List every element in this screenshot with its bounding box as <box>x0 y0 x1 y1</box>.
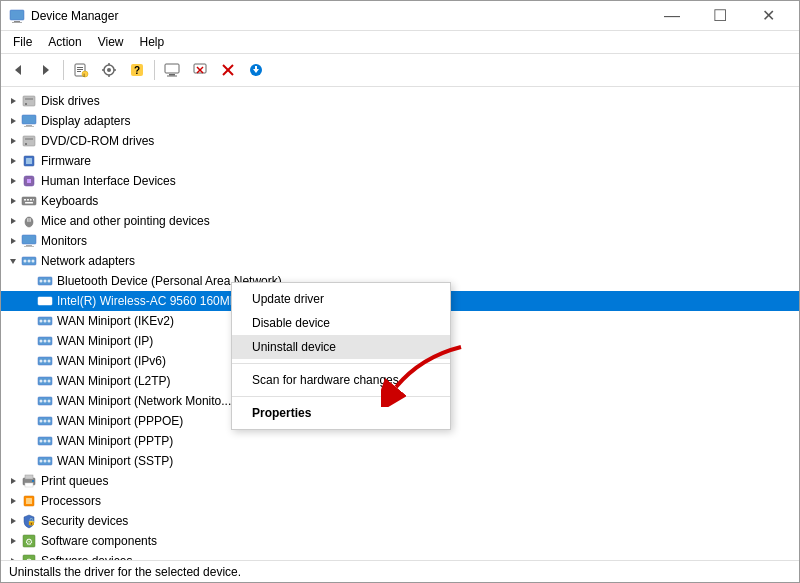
toggle-icon-software-devices[interactable] <box>5 553 21 560</box>
toggle-icon-security-devices[interactable] <box>5 513 21 529</box>
tree-item-disk-drives[interactable]: Disk drives <box>1 91 799 111</box>
tree-item-keyboards[interactable]: Keyboards <box>1 191 799 211</box>
toggle-icon-wan-sstp[interactable] <box>21 453 37 469</box>
svg-point-87 <box>48 380 51 383</box>
toggle-icon-print-queues[interactable] <box>5 473 21 489</box>
minimize-button[interactable]: — <box>649 1 695 31</box>
svg-marker-44 <box>11 198 16 204</box>
svg-text:?: ? <box>134 65 140 76</box>
svg-marker-59 <box>10 259 16 264</box>
device-label-human-interface: Human Interface Devices <box>41 174 176 188</box>
tree-item-network-adapters[interactable]: Network adapters <box>1 251 799 271</box>
close-button[interactable]: ✕ <box>745 1 791 31</box>
close-device-button[interactable] <box>215 57 241 83</box>
device-label-software-devices: Software devices <box>41 554 132 560</box>
tree-item-wan-pptp[interactable]: WAN Miniport (PPTP) <box>1 431 799 451</box>
svg-point-90 <box>44 400 47 403</box>
tree-item-print-queues[interactable]: Print queues <box>1 471 799 491</box>
menu-file[interactable]: File <box>5 33 40 51</box>
svg-point-94 <box>44 420 47 423</box>
toggle-icon-wan-l2tp[interactable] <box>21 373 37 389</box>
context-menu-item-4[interactable]: Scan for hardware changes <box>232 368 450 392</box>
toggle-icon-wan-pppoe[interactable] <box>21 413 37 429</box>
toggle-icon-intel-wireless[interactable] <box>21 293 37 309</box>
svg-point-93 <box>40 420 43 423</box>
toggle-icon-display-adapters[interactable] <box>5 113 21 129</box>
tree-item-software-components[interactable]: ⚙ Software components <box>1 531 799 551</box>
device-label-wan-monitor: WAN Miniport (Network Monito... <box>57 394 231 408</box>
window-title: Device Manager <box>31 9 118 23</box>
maximize-button[interactable]: ☐ <box>697 1 743 31</box>
device-label-disk-drives: Disk drives <box>41 94 100 108</box>
svg-point-12 <box>107 68 111 72</box>
context-menu: Update driverDisable deviceUninstall dev… <box>231 282 451 430</box>
tree-item-dvd-drives[interactable]: DVD/CD-ROM drives <box>1 131 799 151</box>
device-tree[interactable]: Disk drives Display adapters DVD/CD-ROM … <box>1 87 799 560</box>
svg-point-89 <box>40 400 43 403</box>
tree-item-display-adapters[interactable]: Display adapters <box>1 111 799 131</box>
back-button[interactable] <box>5 57 31 83</box>
svg-rect-31 <box>22 115 36 124</box>
toggle-icon-wan-pptp[interactable] <box>21 433 37 449</box>
tree-item-firmware[interactable]: Firmware <box>1 151 799 171</box>
tree-item-processors[interactable]: Processors <box>1 491 799 511</box>
tree-item-wan-sstp[interactable]: WAN Miniport (SSTP) <box>1 451 799 471</box>
menu-action[interactable]: Action <box>40 33 89 51</box>
uninstall-button[interactable] <box>187 57 213 83</box>
svg-rect-25 <box>255 66 257 70</box>
svg-rect-29 <box>25 98 33 100</box>
toolbar-sep-1 <box>63 60 64 80</box>
toggle-icon-dvd-drives[interactable] <box>5 133 21 149</box>
title-controls: — ☐ ✕ <box>649 1 791 31</box>
tree-item-mice[interactable]: Mice and other pointing devices <box>1 211 799 231</box>
context-menu-item-0[interactable]: Update driver <box>232 287 450 311</box>
svg-marker-38 <box>11 158 16 164</box>
svg-rect-106 <box>25 475 33 479</box>
tree-item-human-interface[interactable]: Human Interface Devices <box>1 171 799 191</box>
toggle-icon-bluetooth[interactable] <box>21 273 37 289</box>
svg-point-81 <box>40 360 43 363</box>
svg-point-102 <box>44 460 47 463</box>
toggle-icon-wan-ipv6[interactable] <box>21 353 37 369</box>
toggle-icon-firmware[interactable] <box>5 153 21 169</box>
svg-rect-17 <box>167 76 177 77</box>
tree-item-software-devices[interactable]: ⚙ Software devices <box>1 551 799 560</box>
download-button[interactable] <box>243 57 269 83</box>
menu-help[interactable]: Help <box>132 33 173 51</box>
context-menu-item-1[interactable]: Disable device <box>232 311 450 335</box>
device-icon-network-adapters <box>21 253 37 269</box>
tree-item-monitors[interactable]: Monitors <box>1 231 799 251</box>
device-icon-wan-sstp <box>37 453 53 469</box>
device-label-display-adapters: Display adapters <box>41 114 130 128</box>
forward-button[interactable] <box>33 57 59 83</box>
svg-rect-16 <box>169 74 175 76</box>
help-button[interactable]: ? <box>124 57 150 83</box>
toggle-icon-network-adapters[interactable] <box>5 253 21 269</box>
toggle-icon-keyboards[interactable] <box>5 193 21 209</box>
context-menu-item-2[interactable]: Uninstall device <box>232 335 450 359</box>
svg-rect-49 <box>33 199 34 201</box>
toggle-icon-wan-ikev2[interactable] <box>21 313 37 329</box>
svg-point-28 <box>25 103 27 105</box>
device-icon-mice <box>21 213 37 229</box>
tree-item-security-devices[interactable]: 🔒 Security devices <box>1 511 799 531</box>
toggle-icon-processors[interactable] <box>5 493 21 509</box>
toggle-icon-monitors[interactable] <box>5 233 21 249</box>
menu-view[interactable]: View <box>90 33 132 51</box>
svg-point-36 <box>25 143 27 145</box>
toggle-icon-wan-monitor[interactable] <box>21 393 37 409</box>
toggle-icon-disk-drives[interactable] <box>5 93 21 109</box>
context-menu-separator-5 <box>232 396 450 397</box>
svg-rect-8 <box>77 71 81 72</box>
svg-point-79 <box>48 340 51 343</box>
properties-button[interactable]: i <box>68 57 94 83</box>
toggle-icon-human-interface[interactable] <box>5 173 21 189</box>
toggle-icon-software-components[interactable] <box>5 533 21 549</box>
display-button[interactable] <box>159 57 185 83</box>
toggle-icon-mice[interactable] <box>5 213 21 229</box>
svg-text:⚙: ⚙ <box>25 537 33 547</box>
toggle-icon-wan-ip[interactable] <box>21 333 37 349</box>
context-menu-item-6[interactable]: Properties <box>232 401 450 425</box>
scan-button[interactable] <box>96 57 122 83</box>
device-icon-firmware <box>21 153 37 169</box>
